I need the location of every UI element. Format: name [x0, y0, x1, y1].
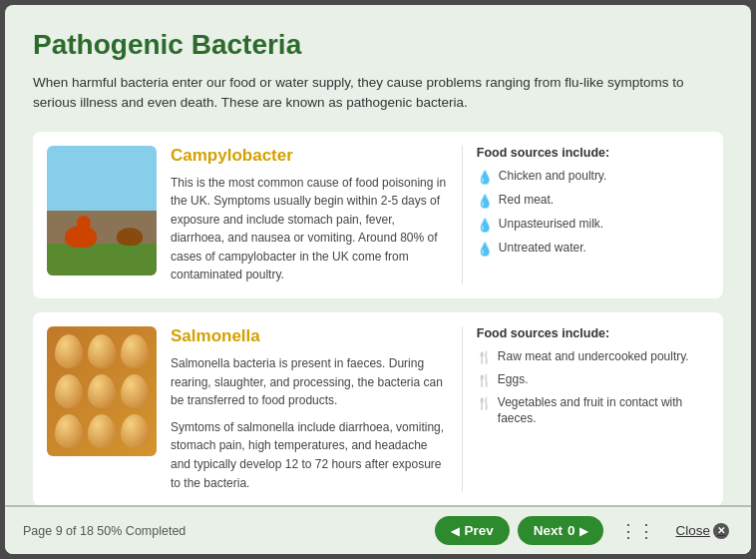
next-label: Next: [534, 523, 563, 538]
campylobacter-image: [47, 146, 157, 285]
fork-icon-1: 🍴: [477, 349, 492, 366]
next-arrow-icon: [579, 523, 587, 538]
campylobacter-left: Campylobacter This is the most common ca…: [171, 146, 450, 285]
close-button[interactable]: Close ✕: [671, 519, 733, 543]
footer: Page 9 of 18 50% Completed Prev Next 0 ⋮…: [5, 506, 751, 554]
next-button[interactable]: Next 0: [518, 516, 604, 545]
nav-buttons: Prev Next 0 ⋮⋮ Close ✕: [435, 516, 733, 546]
salmonella-body: Salmonella Salmonella bacteria is presen…: [171, 326, 709, 492]
drop-icon-4: 💧: [477, 241, 493, 259]
egg-5: [88, 374, 116, 408]
campylobacter-title: Campylobacter: [171, 146, 450, 166]
share-icon: ⋮⋮: [619, 521, 655, 541]
campylobacter-source-1: 💧 Chicken and poultry.: [477, 168, 709, 187]
egg-4: [55, 374, 83, 408]
page-status: Page 9 of 18 50% Completed: [23, 524, 435, 538]
campylobacter-source-4: 💧 Untreated water.: [477, 240, 709, 259]
campylobacter-sources-title: Food sources include:: [477, 146, 709, 160]
campylobacter-body: Campylobacter This is the most common ca…: [171, 146, 709, 285]
page-title: Pathogenic Bacteria: [33, 29, 723, 61]
campylobacter-source-3: 💧 Unpasteurised milk.: [477, 216, 709, 235]
content-area: Pathogenic Bacteria When harmful bacteri…: [5, 5, 751, 505]
next-count: 0: [567, 523, 575, 538]
salmonella-source-2: 🍴 Eggs.: [477, 371, 709, 389]
salmonella-left: Salmonella Salmonella bacteria is presen…: [171, 326, 450, 492]
close-label: Close: [675, 523, 710, 538]
close-icon: ✕: [713, 523, 729, 539]
salmonella-card: Salmonella Salmonella bacteria is presen…: [33, 312, 723, 505]
salmonella-sources-title: Food sources include:: [477, 326, 709, 340]
salmonella-source-3: 🍴 Vegetables and fruit in contact with f…: [477, 394, 709, 428]
drop-icon-2: 💧: [477, 193, 493, 211]
salmonella-desc-1: Salmonella bacteria is present in faeces…: [171, 354, 450, 410]
campylobacter-source-2: 💧 Red meat.: [477, 192, 709, 211]
fork-icon-2: 🍴: [477, 372, 492, 389]
egg-1: [55, 334, 83, 368]
salmonella-source-1: 🍴 Raw meat and undercooked poultry.: [477, 348, 709, 366]
share-button[interactable]: ⋮⋮: [611, 516, 663, 546]
egg-6: [121, 374, 149, 408]
campylobacter-card: Campylobacter This is the most common ca…: [33, 132, 723, 299]
campylobacter-sources: Food sources include: 💧 Chicken and poul…: [462, 146, 709, 285]
campylobacter-description: This is the most common cause of food po…: [171, 174, 450, 285]
salmonella-desc-2: Symtoms of salmonella include diarrhoea,…: [171, 418, 450, 492]
egg-9: [121, 414, 149, 448]
egg-7: [55, 414, 83, 448]
drop-icon-1: 💧: [477, 169, 493, 187]
prev-button[interactable]: Prev: [435, 516, 509, 545]
drop-icon-3: 💧: [477, 217, 493, 235]
prev-label: Prev: [464, 523, 493, 538]
egg-8: [88, 414, 116, 448]
egg-3: [121, 334, 149, 368]
salmonella-image: [47, 326, 157, 492]
main-window: Pathogenic Bacteria When harmful bacteri…: [5, 5, 751, 554]
salmonella-title: Salmonella: [171, 326, 450, 346]
salmonella-sources: Food sources include: 🍴 Raw meat and und…: [462, 326, 709, 492]
egg-2: [88, 334, 116, 368]
intro-text: When harmful bacteria enter our food or …: [33, 73, 723, 114]
fork-icon-3: 🍴: [477, 395, 492, 412]
prev-arrow-icon: [451, 523, 459, 538]
